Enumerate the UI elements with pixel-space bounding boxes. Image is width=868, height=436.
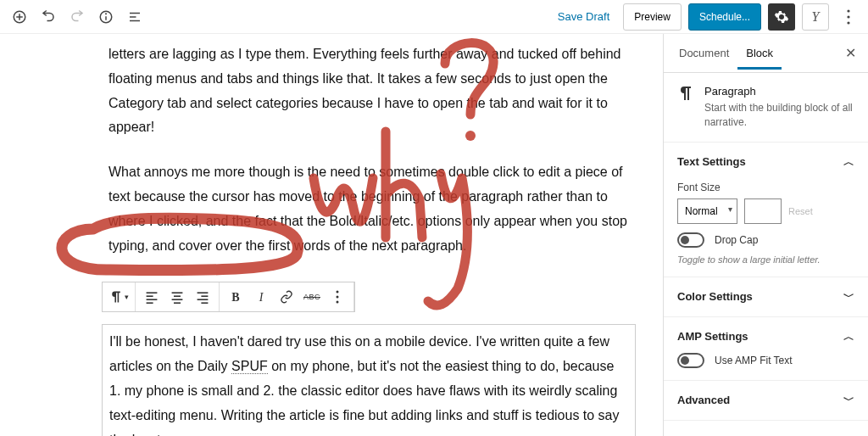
- yoast-button[interactable]: Y: [802, 3, 829, 31]
- chevron-down-icon: ﹀: [843, 289, 854, 305]
- chevron-up-icon: ︿: [843, 154, 854, 170]
- more-menu-button[interactable]: [836, 4, 861, 30]
- font-size-label: Font Size: [677, 182, 854, 193]
- block-type-description: Start with the building block of all nar…: [704, 101, 854, 130]
- font-size-select[interactable]: Normal: [677, 198, 737, 224]
- amp-fit-text-toggle[interactable]: [677, 353, 704, 368]
- panel-title: Advanced: [677, 394, 730, 406]
- strikethrough-button[interactable]: ABC: [299, 284, 325, 310]
- color-settings-panel: Color Settings ﹀: [664, 277, 868, 317]
- content-info-button[interactable]: [93, 4, 119, 30]
- save-draft-button[interactable]: Save Draft: [551, 5, 616, 28]
- amp-settings-panel: AMP Settings ︿ Use AMP Fit Text: [664, 317, 868, 381]
- font-size-reset-button[interactable]: Reset: [788, 206, 813, 216]
- svg-point-11: [847, 21, 849, 24]
- svg-point-26: [337, 301, 339, 304]
- svg-point-24: [337, 291, 339, 293]
- block-type-title: Paragraph: [704, 85, 854, 98]
- close-sidebar-button[interactable]: ✕: [840, 42, 861, 64]
- topbar-left-tools: [7, 4, 147, 30]
- svg-point-5: [106, 13, 107, 14]
- bold-button[interactable]: B: [223, 284, 248, 310]
- amp-settings-toggle[interactable]: AMP Settings ︿: [677, 329, 854, 344]
- block-info-panel: Paragraph Start with the building block …: [664, 73, 868, 143]
- change-block-type-button[interactable]: ▾: [106, 284, 131, 310]
- italic-button[interactable]: I: [248, 284, 274, 310]
- color-settings-toggle[interactable]: Color Settings ﹀: [677, 289, 854, 305]
- strikethrough-text: ed: [183, 214, 198, 228]
- drop-cap-help-text: Toggle to show a large initial letter.: [677, 254, 854, 265]
- chevron-down-icon: ﹀: [843, 393, 854, 408]
- font-size-custom-input[interactable]: [744, 198, 782, 224]
- undo-button[interactable]: [36, 4, 61, 30]
- preview-button[interactable]: Preview: [623, 3, 682, 31]
- more-rich-text-button[interactable]: [325, 284, 350, 310]
- svg-point-10: [847, 15, 849, 18]
- redo-button[interactable]: [64, 4, 90, 30]
- paragraph-block-selected[interactable]: I'll be honest, I haven't dared try use …: [102, 324, 636, 436]
- align-left-button[interactable]: [139, 284, 164, 310]
- tab-document[interactable]: Document: [670, 36, 737, 70]
- editor-top-bar: Save Draft Preview Schedule... Y: [0, 0, 868, 34]
- align-center-button[interactable]: [164, 284, 190, 310]
- svg-point-25: [337, 296, 339, 299]
- advanced-panel: Advanced ﹀: [664, 381, 868, 421]
- add-block-button[interactable]: [7, 4, 32, 30]
- topbar-right-actions: Save Draft Preview Schedule... Y: [551, 3, 861, 31]
- spellcheck-word: SPUF: [231, 359, 268, 374]
- text-settings-panel: Text Settings ︿ Font Size Normal Reset: [664, 143, 868, 277]
- settings-sidebar: Document Block ✕ Paragraph Start with th…: [663, 34, 868, 436]
- drop-cap-label: Drop Cap: [715, 234, 758, 246]
- editor-canvas[interactable]: letters are lagging as I type them. Ever…: [0, 34, 663, 436]
- drop-cap-toggle[interactable]: [677, 232, 704, 248]
- tab-block[interactable]: Block: [737, 36, 782, 70]
- paragraph-block[interactable]: letters are lagging as I type them. Ever…: [108, 42, 629, 140]
- panel-title: Text Settings: [677, 155, 746, 168]
- settings-toggle-button[interactable]: [768, 3, 795, 31]
- paragraph-block[interactable]: What annoys me more though is the need t…: [108, 160, 629, 258]
- link-button[interactable]: [274, 284, 299, 310]
- panel-title: Color Settings: [677, 290, 753, 303]
- block-navigation-button[interactable]: [122, 4, 147, 30]
- schedule-button[interactable]: Schedule...: [688, 3, 761, 31]
- text-settings-toggle[interactable]: Text Settings ︿: [677, 154, 854, 170]
- align-right-button[interactable]: [190, 284, 215, 310]
- block-toolbar: ▾ B I ABC: [102, 282, 355, 312]
- amp-fit-text-label: Use AMP Fit Text: [715, 355, 793, 366]
- sidebar-tabs: Document Block ✕: [664, 34, 868, 73]
- svg-point-9: [847, 9, 849, 12]
- panel-title: AMP Settings: [677, 330, 748, 343]
- chevron-up-icon: ︿: [843, 329, 854, 344]
- advanced-toggle[interactable]: Advanced ﹀: [677, 393, 854, 408]
- paragraph-icon: [677, 85, 694, 104]
